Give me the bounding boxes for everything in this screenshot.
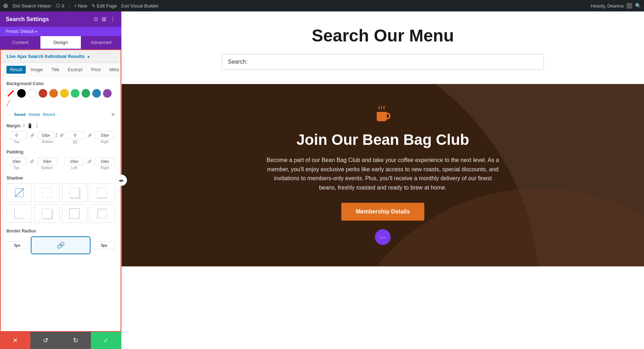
swatch-green[interactable] xyxy=(71,89,79,98)
swatch-transparent[interactable] xyxy=(6,89,15,98)
cancel-button[interactable]: ✕ xyxy=(0,332,30,349)
search-heading: Search Our Menu xyxy=(129,26,637,45)
margin-top-input[interactable] xyxy=(6,131,27,139)
saved-row: ··· Saved Global Recent ⚙ xyxy=(6,111,115,118)
coffee-heading: Join Our Bean Bag Club xyxy=(296,131,469,148)
edit-page-link[interactable]: ✎ Edit Page xyxy=(92,3,117,9)
admin-bar-right: Howdy, Deanna 🔍 xyxy=(591,3,641,9)
margin-device-icon[interactable]: 📱 xyxy=(27,123,33,128)
search-bar-container: Search: xyxy=(222,54,544,70)
dots-icon: ··· xyxy=(380,233,386,241)
admin-search-icon[interactable]: 🔍 xyxy=(635,3,641,9)
margin-left-input[interactable] xyxy=(65,131,86,139)
search-icon[interactable]: ⊙ xyxy=(93,16,98,23)
undo-button[interactable]: ↺ xyxy=(30,332,61,349)
border-radius-inputs: 🔗 xyxy=(6,236,115,254)
shadow-bottom-option[interactable] xyxy=(89,183,115,202)
membership-details-button[interactable]: Membership Details xyxy=(341,203,424,221)
eyedropper-icon[interactable]: ╱ xyxy=(6,100,15,108)
global-link[interactable]: Global xyxy=(29,112,40,117)
swatch-white[interactable] xyxy=(28,89,36,98)
swatch-yellow[interactable] xyxy=(60,89,69,98)
sub-tab-image[interactable]: Image xyxy=(27,66,46,74)
tab-content[interactable]: Content xyxy=(0,36,40,49)
margin-right-label: Right xyxy=(94,140,115,144)
shadow-all-option[interactable] xyxy=(34,204,59,223)
admin-avatar[interactable] xyxy=(626,3,632,9)
padding-top-input[interactable] xyxy=(6,157,26,165)
swatch-blue[interactable] xyxy=(92,89,101,98)
color-swatches: ╱ xyxy=(6,89,115,108)
section-header: Live Ajax Search Individual Results ▲ xyxy=(1,50,121,63)
settings-content: Background Color ╱ xyxy=(1,77,121,264)
wp-logo-icon[interactable]: ⊕ xyxy=(3,2,8,10)
swatch-dark-green[interactable] xyxy=(82,89,90,98)
border-link-area[interactable]: 🔗 xyxy=(31,236,91,254)
sub-tab-title[interactable]: Title xyxy=(48,66,63,74)
padding-left-input[interactable] xyxy=(64,157,84,165)
swatch-black[interactable] xyxy=(17,89,26,98)
margin-link-icon-2[interactable]: 🔗 xyxy=(87,133,93,137)
sub-tab-price[interactable]: Price xyxy=(87,66,104,74)
sub-tab-result[interactable]: Result xyxy=(6,66,26,74)
padding-bottom-label: Bottom xyxy=(37,166,57,170)
color-settings-icon[interactable]: ⚙ xyxy=(111,112,115,117)
padding-bottom-input[interactable] xyxy=(37,157,57,165)
background-color-label: Background Color xyxy=(6,81,115,86)
divi-search-helper-link[interactable]: Divi Search Helper xyxy=(13,3,51,9)
sub-tab-meta[interactable]: Meta xyxy=(106,66,121,74)
panel-footer: ✕ ↺ ↻ ✓ xyxy=(0,332,121,349)
swatch-orange[interactable] xyxy=(49,89,58,98)
shadow-none-option[interactable] xyxy=(6,183,32,202)
layout-icon[interactable]: ⊞ xyxy=(102,16,106,23)
left-panel: Search Settings ⊙ ⊞ ⋮ Preset: Default ▾ … xyxy=(0,11,122,349)
new-link[interactable]: + New xyxy=(74,3,87,9)
padding-link-icon-1[interactable]: 🔗 xyxy=(28,159,36,163)
tab-advanced[interactable]: Advanced xyxy=(81,36,121,49)
coffee-section: Join Our Bean Bag Club Become a part of … xyxy=(122,84,644,266)
shadow-right-option[interactable] xyxy=(62,183,87,202)
margin-help-icon[interactable]: ? xyxy=(23,124,25,128)
redo-button[interactable]: ↻ xyxy=(61,332,91,349)
margin-bottom-label: Bottom xyxy=(38,140,58,144)
border-link-icon: 🔗 xyxy=(57,241,65,249)
saved-link[interactable]: Saved xyxy=(14,112,25,117)
preset-bar[interactable]: Preset: Default ▾ xyxy=(0,27,121,36)
background-color-row: Background Color ╱ xyxy=(6,81,115,118)
border-radius-right-input[interactable] xyxy=(93,241,115,249)
purple-dots-button[interactable]: ··· xyxy=(375,229,391,245)
padding-right-input[interactable] xyxy=(95,157,115,165)
border-radius-row: Border Radius 🔗 xyxy=(6,228,115,254)
save-button[interactable]: ✓ xyxy=(91,332,121,349)
coffee-description: Become a part of our Bean Bag Club and t… xyxy=(267,156,499,192)
search-label: Search: xyxy=(228,59,248,65)
margin-link-icon-1[interactable]: 🔗 xyxy=(28,133,36,137)
more-options-icon[interactable]: ⋮ xyxy=(110,16,116,23)
padding-row: Padding 🔗 🔗 Top Bottom xyxy=(6,149,115,170)
section-collapse-icon[interactable]: ▲ xyxy=(87,54,90,58)
padding-link-icon-2[interactable]: 🔗 xyxy=(86,159,93,163)
recent-link[interactable]: Recent xyxy=(43,112,55,117)
shadow-corner-option[interactable] xyxy=(6,204,32,223)
right-content: Search Our Menu Search: Join xyxy=(122,11,644,349)
margin-bottom-input[interactable] xyxy=(38,131,54,139)
panel-toggle[interactable]: ◀▶ xyxy=(116,174,127,186)
sub-tab-excerpt[interactable]: Excerpt xyxy=(64,66,86,74)
shadow-inset-option[interactable] xyxy=(89,204,115,223)
border-radius-label: Border Radius xyxy=(6,228,115,234)
exit-visual-builder-link[interactable]: Exit Visual Builder xyxy=(121,3,159,9)
swatch-red[interactable] xyxy=(39,89,47,98)
swatch-purple[interactable] xyxy=(103,89,112,98)
margin-right-input[interactable] xyxy=(94,131,115,139)
padding-right-label: Right xyxy=(95,166,115,170)
shadow-outline-option[interactable] xyxy=(62,204,87,223)
comments-icon[interactable]: 🗨 0 xyxy=(55,3,64,9)
border-radius-left-input[interactable] xyxy=(6,241,28,249)
margin-bottom-down-arrow[interactable]: ▼ xyxy=(55,135,58,138)
sub-tabs: Result Image Title Excerpt Price Meta xyxy=(1,63,121,77)
margin-more-icon[interactable]: ⋮ xyxy=(35,123,39,128)
tab-design[interactable]: Design xyxy=(40,36,81,49)
shadow-label: Shadow xyxy=(6,176,115,181)
margin-row: Margin ? 📱 ⋮ 🔗 ▲ ▼ xyxy=(6,123,115,144)
shadow-box-option[interactable] xyxy=(34,183,59,202)
